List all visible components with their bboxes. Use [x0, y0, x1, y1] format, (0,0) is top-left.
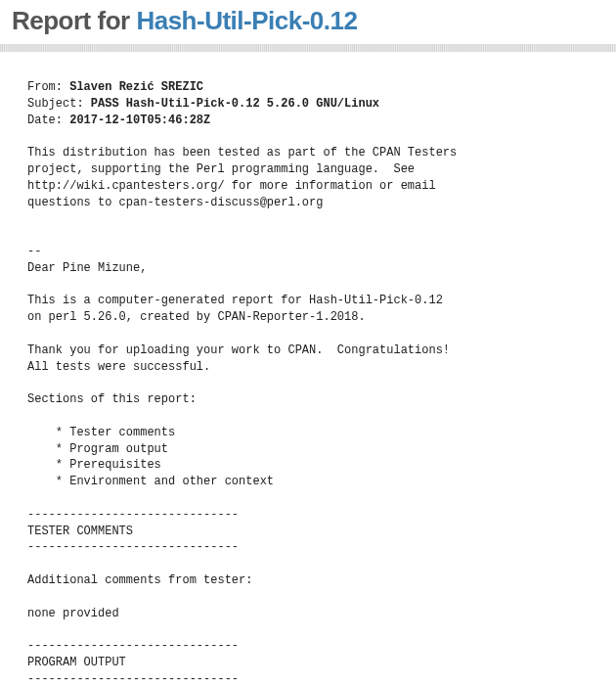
distribution-link[interactable]: Hash-Util-Pick-0.12 — [136, 6, 357, 35]
tester-comments-label: Additional comments from tester: — [27, 573, 252, 587]
date-label: Date: — [27, 114, 69, 127]
sections-label: Sections of this report: — [27, 392, 197, 406]
report-body: From: Slaven Rezić SREZIC Subject: PASS … — [0, 79, 616, 685]
header-divider — [0, 44, 616, 52]
from-value: Slaven Rezić SREZIC — [69, 80, 203, 94]
generated-text: This is a computer-generated report for … — [27, 294, 443, 324]
tester-comments-value: none provided — [27, 607, 119, 620]
subject-value: PASS Hash-Util-Pick-0.12 5.26.0 GNU/Linu… — [91, 97, 379, 111]
intro-text: This distribution has been tested as par… — [27, 146, 457, 208]
program-output-separator: ------------------------------ PROGRAM O… — [27, 639, 239, 685]
title-prefix: Report for — [12, 6, 136, 35]
from-label: From: — [27, 80, 69, 94]
page-title: Report for Hash-Util-Pick-0.12 — [12, 6, 604, 36]
subject-label: Subject: — [27, 97, 91, 111]
thanks-text: Thank you for uploading your work to CPA… — [27, 343, 450, 374]
greeting-text: Dear Pine Mizune, — [27, 261, 147, 275]
page-header: Report for Hash-Util-Pick-0.12 — [0, 0, 616, 44]
dashes: -- — [27, 245, 41, 258]
date-value: 2017-12-10T05:46:28Z — [69, 114, 210, 127]
sections-list: * Tester comments * Program output * Pre… — [27, 426, 274, 488]
tester-comments-separator: ------------------------------ TESTER CO… — [27, 508, 239, 555]
